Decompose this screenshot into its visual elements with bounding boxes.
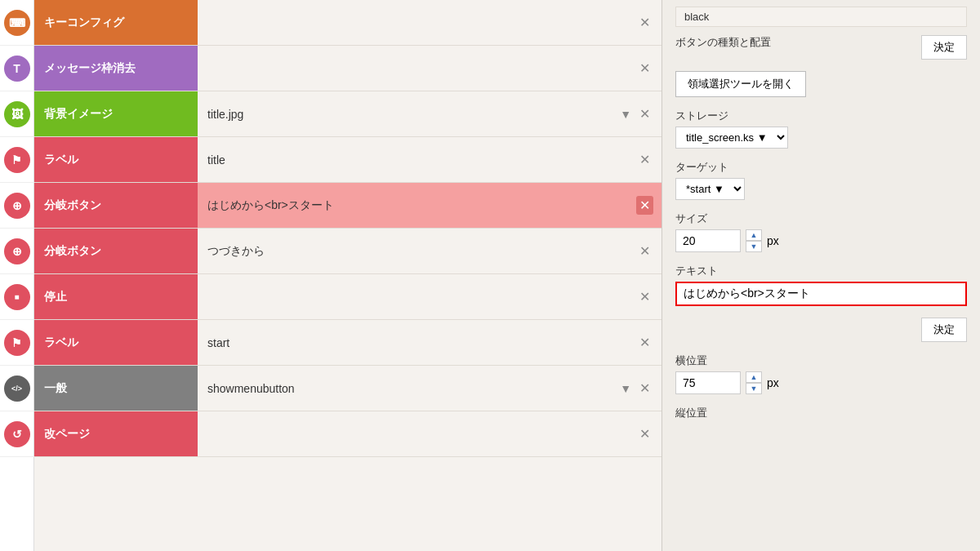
row-label-start: ラベル start ✕ — [34, 320, 662, 366]
icon-item-refresh[interactable]: ↺ — [0, 411, 34, 457]
text-section: テキスト — [675, 264, 967, 306]
icon-item-stop[interactable]: ■ — [0, 274, 34, 320]
text-edit-icon: T — [4, 56, 30, 82]
icon-item-text[interactable]: T — [0, 46, 34, 91]
storage-label: ストレージ — [675, 109, 967, 123]
icon-item-code[interactable]: </> — [0, 366, 34, 411]
target-label: ターゲット — [675, 160, 967, 175]
target-select[interactable]: *start ▼ — [675, 178, 745, 200]
row-actions-general: ▼ ✕ — [620, 379, 662, 398]
dropdown-general-button[interactable]: ▼ — [620, 382, 631, 395]
main-list: キーコンフィグ ✕ メッセージ枠消去 ✕ 背景イメージ title.jpg ▼ … — [34, 0, 662, 551]
row-label-bg-image: 背景イメージ — [34, 91, 198, 136]
row-page-break: 改ページ ✕ — [34, 411, 662, 457]
stop-icon: ■ — [4, 284, 30, 310]
flag2-icon: ⚑ — [4, 330, 30, 356]
size-down-button[interactable]: ▼ — [746, 241, 762, 252]
icon-item-image[interactable]: 🖼 — [0, 91, 34, 137]
branch1-icon: ⊕ — [4, 193, 30, 219]
flag-icon: ⚑ — [4, 147, 30, 173]
row-actions-bg-image: ▼ ✕ — [620, 104, 662, 123]
row-general: 一般 showmenubutton ▼ ✕ — [34, 366, 662, 411]
decide-button-1[interactable]: 決定 — [921, 35, 967, 60]
row-label-message-clear: メッセージ枠消去 — [34, 46, 198, 91]
delete-message-clear-button[interactable]: ✕ — [636, 59, 653, 78]
row-actions-stop: ✕ — [636, 287, 662, 306]
decide-button-2[interactable]: 決定 — [921, 318, 967, 342]
row-value-label-title: title — [198, 153, 636, 167]
button-type-section: 決定 ボタンの種類と配置 — [675, 35, 967, 60]
right-panel: black 決定 ボタンの種類と配置 領域選択ツールを開く ストレージ titl… — [662, 0, 980, 551]
icon-item-flag1[interactable]: ⚑ — [0, 137, 34, 183]
row-branch-btn-2: 分岐ボタン つづきから ✕ — [34, 229, 662, 274]
x-pos-row: ▲ ▼ px — [675, 371, 967, 394]
icon-column: ⌨ T 🖼 ⚑ ⊕ ⊕ ■ ⚑ </> ↺ — [0, 0, 34, 551]
delete-branch-btn-2-button[interactable]: ✕ — [636, 242, 653, 260]
icon-item-flag2[interactable]: ⚑ — [0, 320, 34, 366]
row-value-bg-image: title.jpg — [198, 108, 620, 121]
row-branch-btn-1: 分岐ボタン はじめから<br>スタート ✕ — [34, 183, 662, 229]
size-row: ▲ ▼ px — [675, 229, 967, 252]
dropdown-bg-image-button[interactable]: ▼ — [620, 108, 631, 121]
size-input[interactable] — [675, 229, 741, 252]
icon-item-branch2[interactable]: ⊕ — [0, 229, 34, 274]
refresh-icon: ↺ — [4, 421, 30, 447]
delete-branch-btn-1-button[interactable]: ✕ — [636, 196, 653, 215]
text-input[interactable] — [675, 282, 967, 306]
delete-key-config-button[interactable]: ✕ — [636, 13, 653, 32]
row-label-branch-btn-2: 分岐ボタン — [34, 229, 198, 273]
delete-page-break-button[interactable]: ✕ — [636, 424, 653, 443]
row-label-general: 一般 — [34, 366, 198, 411]
row-key-config: キーコンフィグ ✕ — [34, 0, 662, 46]
delete-stop-button[interactable]: ✕ — [636, 287, 653, 306]
x-pos-down-button[interactable]: ▼ — [746, 383, 762, 394]
y-pos-section: 縦位置 — [675, 406, 967, 420]
target-section: ターゲット *start ▼ — [675, 160, 967, 200]
row-message-clear: メッセージ枠消去 ✕ — [34, 46, 662, 91]
delete-bg-image-button[interactable]: ✕ — [636, 104, 653, 123]
storage-select[interactable]: title_screen.ks ▼ — [675, 127, 788, 149]
row-value-branch-btn-1: はじめから<br>スタート — [198, 198, 636, 213]
row-label-page-break: 改ページ — [34, 411, 198, 456]
size-unit: px — [767, 234, 779, 247]
decide-section-2: 決定 — [675, 318, 967, 342]
storage-section: ストレージ title_screen.ks ▼ — [675, 109, 967, 149]
icon-item-branch1[interactable]: ⊕ — [0, 183, 34, 229]
row-value-general: showmenubutton — [198, 382, 620, 395]
row-actions-label-title: ✕ — [636, 150, 662, 169]
y-pos-label: 縦位置 — [675, 406, 967, 420]
delete-label-start-button[interactable]: ✕ — [636, 333, 653, 352]
x-pos-input[interactable] — [675, 371, 741, 394]
x-pos-up-button[interactable]: ▲ — [746, 371, 762, 383]
size-label: サイズ — [675, 211, 967, 226]
size-section: サイズ ▲ ▼ px — [675, 211, 967, 252]
row-actions-branch-btn-1: ✕ — [636, 196, 662, 215]
x-pos-spinner: ▲ ▼ — [746, 371, 762, 394]
row-actions-label-start: ✕ — [636, 333, 662, 352]
row-actions-page-break: ✕ — [636, 424, 662, 443]
x-pos-label: 横位置 — [675, 353, 967, 368]
x-pos-unit: px — [767, 376, 779, 389]
open-tool-button[interactable]: 領域選択ツールを開く — [675, 71, 806, 97]
image-icon: 🖼 — [4, 101, 30, 127]
row-actions-message-clear: ✕ — [636, 59, 662, 78]
row-label-key-config: キーコンフィグ — [34, 0, 198, 45]
row-actions-key-config: ✕ — [636, 13, 662, 32]
row-label-label-title: ラベル — [34, 137, 198, 182]
size-up-button[interactable]: ▲ — [746, 229, 762, 241]
branch2-icon: ⊕ — [4, 238, 30, 264]
row-value-branch-btn-2: つづきから — [198, 244, 636, 259]
row-label-stop: 停止 — [34, 274, 198, 319]
delete-label-title-button[interactable]: ✕ — [636, 150, 653, 169]
delete-general-button[interactable]: ✕ — [636, 379, 653, 398]
row-stop: 停止 ✕ — [34, 274, 662, 320]
text-label: テキスト — [675, 264, 967, 278]
code-icon: </> — [4, 375, 30, 402]
row-actions-branch-btn-2: ✕ — [636, 242, 662, 260]
top-value-display: black — [675, 7, 967, 27]
row-bg-image: 背景イメージ title.jpg ▼ ✕ — [34, 91, 662, 137]
row-value-label-start: start — [198, 336, 636, 349]
icon-item-keyboard[interactable]: ⌨ — [0, 0, 34, 46]
keyboard-icon: ⌨ — [4, 10, 30, 36]
size-spinner: ▲ ▼ — [746, 229, 762, 252]
